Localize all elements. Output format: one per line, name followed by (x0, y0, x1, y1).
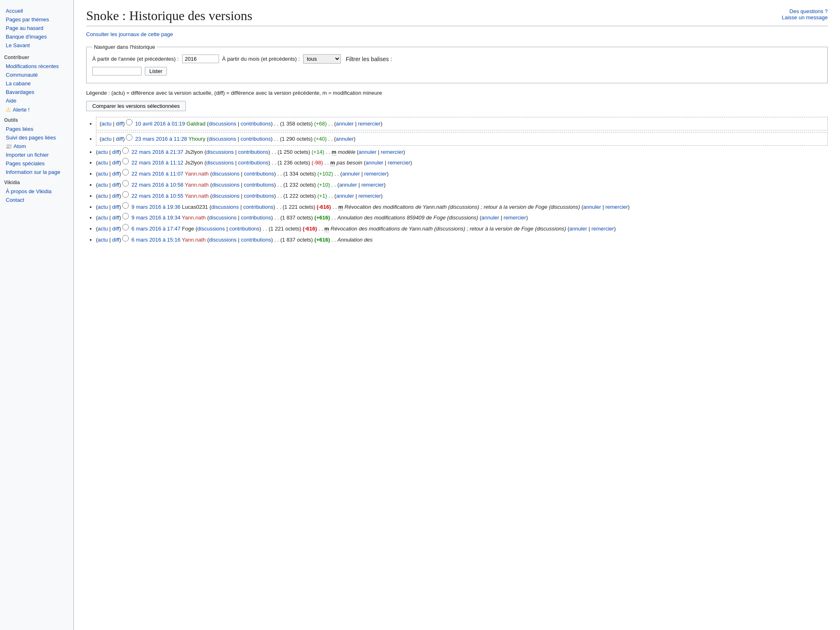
discussions-link-0[interactable]: discussions (209, 121, 236, 127)
radio-10[interactable] (122, 235, 129, 242)
actu-link[interactable]: actu (98, 204, 108, 210)
contributions-link-5[interactable]: contributions (244, 182, 274, 188)
date-link-5[interactable]: 22 mars 2016 à 10:58 (132, 182, 183, 188)
actu-link[interactable]: actu (98, 237, 108, 243)
tags-input[interactable] (92, 67, 142, 75)
contributions-link-1[interactable]: contributions (240, 136, 271, 142)
action-annuler-1[interactable]: annuler (336, 136, 354, 142)
date-link-4[interactable]: 22 mars 2016 à 11:07 (132, 171, 183, 177)
sidebar-item-apropos[interactable]: À propos de Vikidia (0, 187, 73, 196)
diff-link[interactable]: diff (112, 204, 119, 210)
contributions-link-9[interactable]: contributions (229, 226, 260, 232)
actu-link[interactable]: actu (98, 182, 108, 188)
user-link-6[interactable]: Yann.nath (185, 193, 208, 199)
diff-link[interactable]: diff (112, 237, 119, 243)
sidebar-item-hasard[interactable]: Page au hasard (0, 24, 73, 32)
actu-link[interactable]: actu (98, 226, 108, 232)
discussions-link-9[interactable]: discussions (197, 226, 225, 232)
sidebar-item-atom[interactable]: 📰 Atom (0, 142, 73, 151)
contributions-link-7[interactable]: contributions (243, 204, 274, 210)
date-link-3[interactable]: 22 mars 2016 à 11:12 (132, 160, 183, 166)
actu-link[interactable]: actu (98, 149, 108, 155)
actu-link[interactable]: actu (98, 171, 108, 177)
month-select[interactable]: tous janvierfévriermars avrilmaijuin jui… (303, 54, 341, 64)
radio-6[interactable] (122, 191, 129, 198)
user-link-5[interactable]: Yann.nath (185, 182, 208, 188)
contributions-link-6[interactable]: contributions (244, 193, 274, 199)
sidebar-item-communaute[interactable]: Communauté (0, 71, 73, 79)
radio-9[interactable] (122, 224, 129, 231)
action-remercier-3[interactable]: remercier (388, 160, 410, 166)
date-link-10[interactable]: 6 mars 2016 à 15:16 (132, 237, 180, 243)
diff-link[interactable]: diff (112, 149, 119, 155)
diff-link[interactable]: diff (112, 171, 119, 177)
date-link-8[interactable]: 9 mars 2016 à 19:34 (132, 215, 180, 221)
action-remercier-2[interactable]: remercier (381, 149, 403, 155)
action-remercier-6[interactable]: remercier (358, 193, 381, 199)
action-remercier-9[interactable]: remercier (591, 226, 614, 232)
action-annuler-3[interactable]: annuler (365, 160, 383, 166)
action-remercier-0[interactable]: remercier (358, 121, 381, 127)
user-link-8[interactable]: Yann.nath (182, 215, 205, 221)
contributions-link-8[interactable]: contributions (241, 215, 271, 221)
laisse-message-link[interactable]: Laisse un message (782, 14, 828, 21)
radio-8[interactable] (122, 213, 129, 219)
sidebar-item-speciales[interactable]: Pages spéciales (0, 159, 73, 168)
sidebar-item-images[interactable]: Banque d'images (0, 32, 73, 41)
discussions-link-1[interactable]: discussions (209, 136, 236, 142)
date-link-9[interactable]: 6 mars 2016 à 17:47 (132, 226, 180, 232)
des-questions-link[interactable]: Des questions ? (790, 8, 828, 14)
contributions-link-10[interactable]: contributions (241, 237, 271, 243)
journal-link[interactable]: Consulter les journaux de cette page (86, 31, 828, 37)
sidebar-item-info[interactable]: Information sur la page (0, 168, 73, 176)
compare-button[interactable]: Comparer les versions sélectionnées (86, 101, 186, 111)
contributions-link-3[interactable]: contributions (238, 160, 269, 166)
action-remercier-8[interactable]: remercier (504, 215, 526, 221)
action-annuler-4[interactable]: annuler (342, 171, 360, 177)
sidebar-item-savant[interactable]: Le Savant (0, 41, 73, 50)
diff-link[interactable]: diff (116, 121, 123, 127)
sidebar-item-suivi[interactable]: Suivi des pages liées (0, 133, 73, 142)
user-link-2[interactable]: Js2lyon (185, 149, 203, 155)
actu-link[interactable]: actu (101, 121, 112, 127)
diff-link[interactable]: diff (112, 226, 119, 232)
actu-link[interactable]: actu (101, 136, 112, 142)
radio-7[interactable] (122, 202, 129, 209)
discussions-link-7[interactable]: discussions (211, 204, 239, 210)
date-link-0[interactable]: 10 avril 2016 à 01:19 (135, 121, 185, 127)
sidebar-item-importer[interactable]: Importer un fichier (0, 151, 73, 159)
action-remercier-7[interactable]: remercier (605, 204, 628, 210)
sidebar-item-accueil[interactable]: Accueil (0, 7, 73, 15)
actu-link[interactable]: actu (98, 160, 108, 166)
discussions-link-6[interactable]: discussions (212, 193, 240, 199)
action-remercier-5[interactable]: remercier (361, 182, 384, 188)
action-annuler-6[interactable]: annuler (336, 193, 354, 199)
discussions-link-8[interactable]: discussions (209, 215, 237, 221)
contributions-link-4[interactable]: contributions (244, 171, 274, 177)
user-link-1[interactable]: Yhoury (188, 136, 205, 142)
radio-2[interactable] (122, 147, 129, 154)
user-link-0[interactable]: Galdrad (187, 121, 205, 127)
radio-0[interactable] (126, 119, 132, 126)
sidebar-item-bavardages[interactable]: Bavardages (0, 88, 73, 96)
action-annuler-9[interactable]: annuler (569, 226, 587, 232)
user-link-4[interactable]: Yann.nath (185, 171, 208, 177)
action-annuler-5[interactable]: annuler (339, 182, 357, 188)
user-link-10[interactable]: Yann.nath (182, 237, 205, 243)
sidebar-item-pages-liees[interactable]: Pages liées (0, 125, 73, 133)
action-annuler-8[interactable]: annuler (482, 215, 499, 221)
sidebar-item-alerte[interactable]: ⚠ Alerte ! (0, 105, 73, 114)
year-input[interactable] (182, 55, 219, 63)
diff-link[interactable]: diff (112, 215, 119, 221)
discussions-link-10[interactable]: discussions (209, 237, 237, 243)
contributions-link-0[interactable]: contributions (241, 121, 271, 127)
action-annuler-0[interactable]: annuler (336, 121, 354, 127)
sidebar-item-themes[interactable]: Pages par thèmes (0, 15, 73, 24)
sidebar-item-cabane[interactable]: La cabane (0, 79, 73, 88)
date-link-7[interactable]: 9 mars 2016 à 19:36 (132, 204, 180, 210)
diff-link[interactable]: diff (112, 193, 119, 199)
date-link-1[interactable]: 23 mars 2016 à 11:28 (135, 136, 187, 142)
user-link-9[interactable]: Foge (182, 226, 194, 232)
user-link-3[interactable]: Js2lyon (185, 160, 203, 166)
contributions-link-2[interactable]: contributions (238, 149, 269, 155)
